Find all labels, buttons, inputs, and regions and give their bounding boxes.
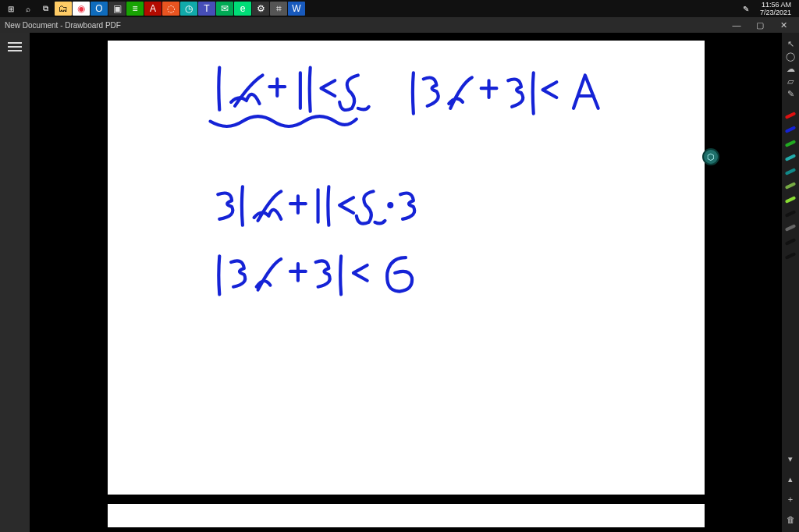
pen-olive-icon[interactable] <box>785 182 796 190</box>
pen-black2-icon[interactable] <box>785 238 796 246</box>
start-button[interactable]: ⊞ <box>3 2 19 16</box>
maximize-button[interactable]: ▢ <box>749 18 771 32</box>
close-button[interactable]: ✕ <box>772 18 794 32</box>
taskbar-app-word[interactable]: W <box>288 2 305 16</box>
taskbar-app-mail[interactable]: ✉ <box>216 2 233 16</box>
taskbar-app-acrobat[interactable]: A <box>144 2 162 16</box>
plus-icon[interactable]: + <box>784 493 797 505</box>
search-icon[interactable]: ⌕ <box>20 2 36 16</box>
taskbar-app-file-explorer[interactable]: 🗂 <box>55 2 72 16</box>
pen-black1-icon[interactable] <box>785 210 796 218</box>
left-rail <box>0 33 30 532</box>
clock-date: 7/23/2021 <box>760 9 791 16</box>
lasso-tool-icon[interactable]: ◯ <box>784 50 797 62</box>
cloud-icon[interactable]: ☁ <box>784 62 797 75</box>
pen-lime-icon[interactable] <box>785 196 796 204</box>
pen-workspace-icon[interactable]: ✎ <box>738 2 754 16</box>
minimize-button[interactable]: — <box>726 18 748 32</box>
taskbar-app-edge[interactable]: e <box>234 2 251 16</box>
windows-taskbar: ⊞ ⌕ ⧉ 🗂◉O▣≡A◌◷T✉e⚙⌗W ✎ 11:56 AM 7/23/202… <box>0 0 799 17</box>
ink-layer <box>108 41 705 495</box>
pdf-page-next[interactable] <box>108 504 705 527</box>
selection-tool-icon[interactable]: ↖ <box>784 37 797 50</box>
taskview-icon[interactable]: ⧉ <box>37 2 53 16</box>
pdf-page[interactable] <box>108 36 705 496</box>
clock-time: 11:56 AM <box>760 1 791 9</box>
taskbar-app-drawboard[interactable]: ◷ <box>180 2 197 16</box>
svg-point-0 <box>389 204 392 207</box>
taskbar-app-terminal[interactable]: ▣ <box>108 2 126 16</box>
canvas-area[interactable]: ⬡ <box>30 33 782 532</box>
right-tool-rail: ↖◯☁▱✎ ▾▴+🗑 <box>782 33 799 532</box>
trash-icon[interactable]: 🗑 <box>784 513 797 526</box>
taskbar-app-ubuntu[interactable]: ◌ <box>162 2 179 16</box>
eraser-icon[interactable]: ▱ <box>784 75 797 87</box>
chevron-icon[interactable]: ▾ <box>784 452 797 465</box>
taskbar-app-chrome[interactable]: ◉ <box>73 2 90 16</box>
pen-cyan-icon[interactable] <box>785 154 796 161</box>
taskbar-app-settings[interactable]: ⚙ <box>252 2 269 16</box>
pen-gray-icon[interactable] <box>785 224 796 232</box>
app-title: New Document - Drawboard PDF <box>5 21 121 30</box>
app-titlebar: New Document - Drawboard PDF — ▢ ✕ <box>0 17 799 33</box>
chevron-up-icon[interactable]: ▴ <box>784 473 797 485</box>
taskbar-app-outlook[interactable]: O <box>91 2 108 16</box>
floating-radial-menu-icon[interactable]: ⬡ <box>702 148 719 165</box>
pen-icon[interactable]: ✎ <box>784 87 797 100</box>
pen-red-icon[interactable] <box>785 112 796 119</box>
app-body: ⬡ ↖◯☁▱✎ ▾▴+🗑 <box>0 33 799 532</box>
pen-blue-icon[interactable] <box>785 126 796 133</box>
pen-teal-icon[interactable] <box>785 168 796 176</box>
taskbar-app-calc[interactable]: ⌗ <box>270 2 287 16</box>
hamburger-menu-icon[interactable] <box>5 37 24 56</box>
pen-green-icon[interactable] <box>785 140 796 147</box>
taskbar-app-libre[interactable]: ≡ <box>126 2 144 16</box>
taskbar-app-teams[interactable]: T <box>198 2 215 16</box>
pen-black3-icon[interactable] <box>785 252 796 260</box>
system-clock[interactable]: 11:56 AM 7/23/2021 <box>760 1 791 16</box>
